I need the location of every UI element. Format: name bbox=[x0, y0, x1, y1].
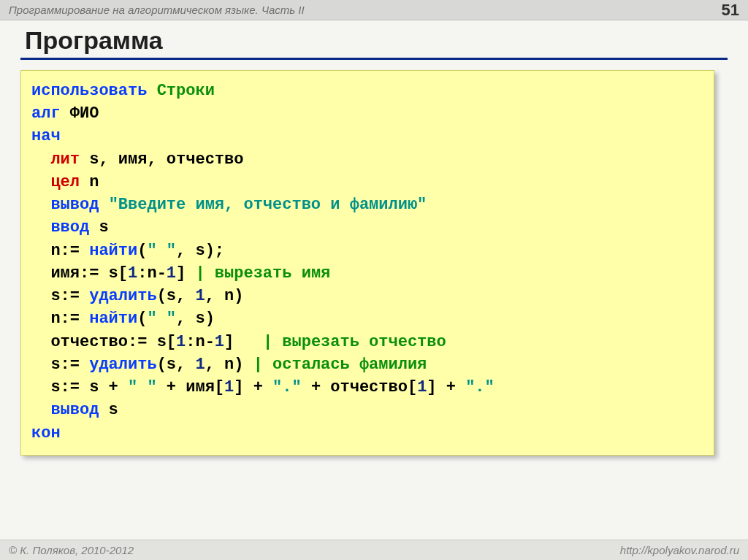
assign-n2: n:= bbox=[31, 310, 89, 328]
kw-use: использовать bbox=[31, 82, 147, 100]
concat-b: + имя[ bbox=[157, 378, 224, 396]
footer-bar: © К. Поляков, 2010-2012 http://kpolyakov… bbox=[0, 540, 748, 560]
concat-a: s:= s + bbox=[31, 378, 128, 396]
page-number: 51 bbox=[722, 1, 739, 20]
fn-delete2: удалить bbox=[89, 356, 156, 374]
dot-str1: "." bbox=[272, 378, 302, 396]
fn-find1: найти bbox=[89, 242, 137, 260]
fn-find2: найти bbox=[89, 310, 137, 328]
footer-url: http://kpolyakov.narod.ru bbox=[620, 544, 739, 556]
num: 1 bbox=[215, 333, 224, 351]
output-var: s bbox=[99, 401, 118, 419]
int-vars: n bbox=[80, 173, 99, 191]
assign-name: имя:= s[ bbox=[31, 264, 128, 283]
p: (s, bbox=[157, 287, 196, 305]
concat-e: ] + bbox=[427, 378, 465, 396]
kw-int: цел bbox=[50, 173, 80, 191]
assign-s1: s:= bbox=[31, 287, 89, 305]
kw-input: ввод bbox=[50, 218, 89, 237]
p: (s, bbox=[157, 356, 196, 374]
concat-d: + отчество[ bbox=[302, 378, 417, 396]
assign-s2: s:= bbox=[31, 356, 89, 374]
comment-cut-patronymic: | вырезать отчество bbox=[263, 333, 446, 351]
input-var: s bbox=[89, 218, 108, 237]
kw-alg: алг bbox=[31, 104, 61, 123]
content-area: Программа использовать Строки алг ФИО на… bbox=[0, 20, 748, 456]
footer-copyright: © К. Поляков, 2010-2012 bbox=[9, 544, 134, 556]
header-title: Программирование на алгоритмическом язык… bbox=[9, 4, 305, 16]
assign-patronymic: отчество:= s[ bbox=[31, 333, 176, 351]
kw-output: вывод bbox=[50, 196, 99, 214]
alg-name: ФИО bbox=[61, 104, 99, 123]
comment-cut-name: | вырезать имя bbox=[195, 264, 330, 283]
num: 1 bbox=[167, 264, 176, 283]
kw-lit: лит bbox=[50, 150, 80, 169]
kw-begin: нач bbox=[31, 127, 61, 145]
p: ( bbox=[137, 242, 147, 260]
concat-c: ] + bbox=[234, 378, 272, 396]
dot-str2: "." bbox=[465, 378, 495, 396]
num: 1 bbox=[417, 378, 427, 396]
title-underline bbox=[20, 58, 728, 60]
t: :n- bbox=[137, 264, 167, 283]
t: :n- bbox=[186, 333, 215, 351]
space-str3: " " bbox=[128, 378, 157, 396]
prompt-string: "Введите имя, отчество и фамилию" bbox=[109, 196, 427, 214]
space-str2: " " bbox=[147, 310, 176, 328]
space-str1: " " bbox=[147, 242, 176, 260]
p: ( bbox=[137, 310, 147, 328]
num: 1 bbox=[195, 356, 205, 374]
sp bbox=[99, 196, 108, 214]
p: , s) bbox=[176, 310, 215, 328]
t: ] bbox=[176, 264, 195, 283]
comment-surname-left: | осталась фамилия bbox=[253, 356, 427, 374]
slide-title: Программа bbox=[20, 26, 728, 55]
assign-n1: n:= bbox=[31, 242, 89, 260]
kw-end: кон bbox=[31, 424, 61, 442]
fn-delete1: удалить bbox=[89, 287, 156, 305]
code-block: использовать Строки алг ФИО нач лит s, и… bbox=[20, 70, 714, 456]
p: , s); bbox=[176, 242, 224, 260]
lit-vars: s, имя, отчество bbox=[80, 150, 243, 169]
header-bar: Программирование на алгоритмическом язык… bbox=[0, 0, 748, 20]
num: 1 bbox=[128, 264, 137, 283]
kw-output2: вывод bbox=[50, 401, 99, 419]
p: , n) bbox=[205, 287, 244, 305]
num: 1 bbox=[176, 333, 186, 351]
t: ] bbox=[224, 333, 263, 351]
module-name: Строки bbox=[157, 82, 215, 100]
p: , n) bbox=[205, 356, 253, 374]
num: 1 bbox=[224, 378, 234, 396]
num: 1 bbox=[195, 287, 205, 305]
